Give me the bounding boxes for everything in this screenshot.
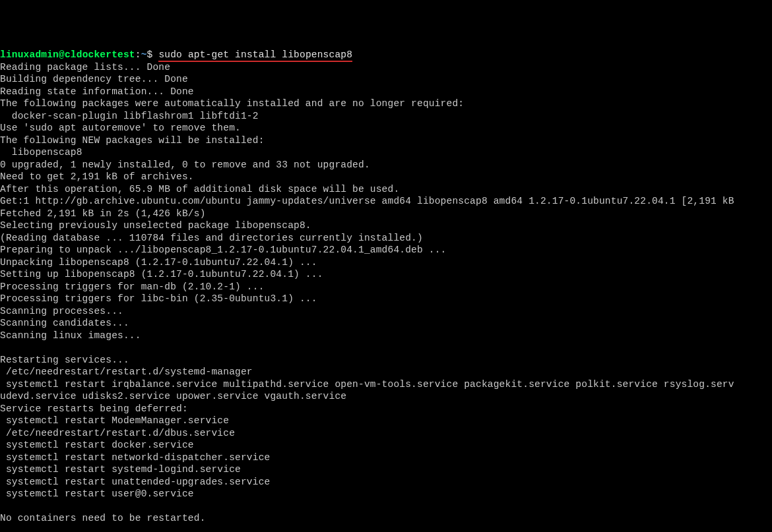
out-line-28: Service restarts being deferred: <box>0 403 188 414</box>
out-line-29: systemctl restart ModemManager.service <box>0 415 229 426</box>
out-line-21: Scanning candidates... <box>0 318 129 328</box>
out-line-32: systemctl restart networkd-dispatcher.se… <box>0 452 270 463</box>
prompt-line: linuxadmin@cldockertest:~$ sudo apt-get … <box>0 49 352 62</box>
out-line-2: Reading state information... Done <box>0 86 194 97</box>
out-line-0: Reading package lists... Done <box>0 62 170 73</box>
out-line-27: udevd.service udisks2.service upower.ser… <box>0 391 346 401</box>
out-line-24: Restarting services... <box>0 355 129 365</box>
out-line-4: docker-scan-plugin libflashrom1 libftdi1… <box>0 111 259 121</box>
out-line-9: Need to get 2,191 kB of archives. <box>0 171 194 182</box>
out-line-8: 0 upgraded, 1 newly installed, 0 to remo… <box>0 160 370 170</box>
out-line-33: systemctl restart systemd-logind.service <box>0 464 241 475</box>
out-line-31: systemctl restart docker.service <box>0 440 194 450</box>
prompt-host: cldockertest <box>65 49 135 60</box>
out-line-6: The following NEW packages will be insta… <box>0 135 265 146</box>
out-line-1: Building dependency tree... Done <box>0 74 188 84</box>
out-line-22: Scanning linux images... <box>0 330 141 341</box>
terminal[interactable]: linuxadmin@cldockertest:~$ sudo apt-get … <box>0 24 772 532</box>
out-line-17: Setting up libopenscap8 (1.2.17-0.1ubunt… <box>0 269 323 280</box>
out-line-12: Fetched 2,191 kB in 2s (1,426 kB/s) <box>0 208 206 219</box>
out-line-30: /etc/needrestart/restart.d/dbus.service <box>0 428 235 438</box>
out-line-25: /etc/needrestart/restart.d/systemd-manag… <box>0 367 253 377</box>
out-line-35: systemctl restart user@0.service <box>0 488 194 499</box>
out-line-15: Preparing to unpack .../libopenscap8_1.2… <box>0 245 447 255</box>
out-line-3: The following packages were automaticall… <box>0 98 464 109</box>
out-line-13: Selecting previously unselected package … <box>0 220 311 231</box>
out-line-11: Get:1 http://gb.archive.ubuntu.com/ubunt… <box>0 196 734 206</box>
out-line-34: systemctl restart unattended-upgrades.se… <box>0 477 270 487</box>
out-line-10: After this operation, 65.9 MB of additio… <box>0 184 399 194</box>
out-line-16: Unpacking libopenscap8 (1.2.17-0.1ubuntu… <box>0 257 317 268</box>
prompt-user: linuxadmin <box>0 49 59 60</box>
out-line-19: Processing triggers for libc-bin (2.35-0… <box>0 293 317 304</box>
out-line-26: systemctl restart irqbalance.service mul… <box>0 379 734 390</box>
out-line-20: Scanning processes... <box>0 306 123 316</box>
out-line-14: (Reading database ... 110784 files and d… <box>0 233 423 243</box>
typed-command: sudo apt-get install libopenscap8 <box>158 49 352 62</box>
out-line-5: Use 'sudo apt autoremove' to remove them… <box>0 123 241 133</box>
out-line-7: libopenscap8 <box>0 147 82 158</box>
out-line-18: Processing triggers for man-db (2.10.2-1… <box>0 281 265 292</box>
out-line-37: No containers need to be restarted. <box>0 513 206 523</box>
prompt-path: ~ <box>141 49 147 60</box>
